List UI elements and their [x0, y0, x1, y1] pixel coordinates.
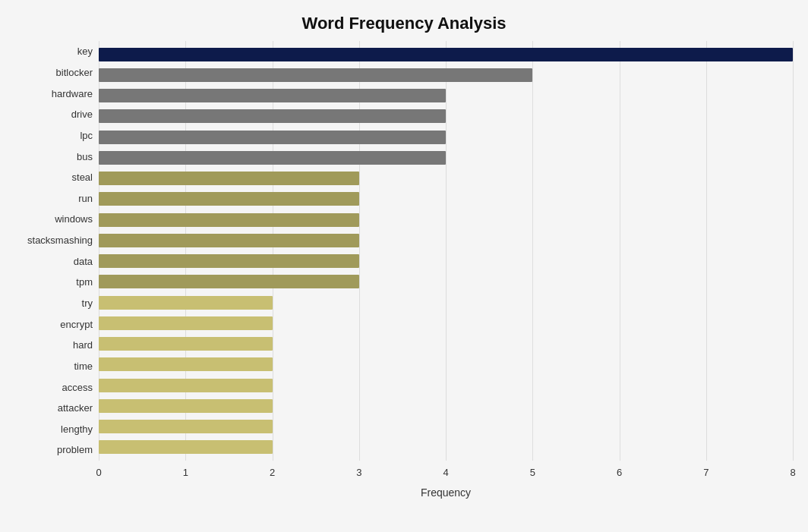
bar-row — [99, 212, 793, 228]
bar-row — [99, 316, 793, 331]
y-label: data — [74, 257, 93, 266]
y-label: bus — [77, 152, 93, 162]
bar — [99, 357, 273, 371]
bar-row — [99, 378, 793, 393]
y-axis-labels: keybitlockerhardwaredrivelpcbusstealrunw… — [15, 41, 99, 482]
grid-line — [793, 41, 794, 461]
bar-row — [99, 191, 793, 206]
chart-container: Word Frequency Analysis keybitlockerhard… — [0, 0, 808, 532]
bar — [99, 275, 359, 288]
x-tick-label: 3 — [356, 467, 361, 478]
chart-title: Word Frequency Analysis — [15, 8, 793, 41]
bar-row — [99, 439, 793, 455]
bar-row — [99, 357, 793, 372]
y-label: key — [77, 46, 93, 56]
y-label: tpm — [76, 277, 93, 287]
bar — [99, 109, 446, 123]
y-label: access — [62, 382, 93, 392]
x-tick-label: 0 — [96, 467, 101, 478]
bar — [99, 337, 273, 351]
x-axis-title: Frequency — [421, 486, 471, 499]
bars-list — [99, 41, 793, 461]
y-label: drive — [71, 109, 93, 119]
bar — [99, 379, 273, 392]
bar — [99, 89, 446, 102]
bar — [99, 151, 446, 165]
bar-row — [99, 171, 793, 186]
bar-row — [99, 150, 793, 165]
bar — [99, 440, 273, 454]
y-label: bitlocker — [56, 68, 93, 77]
y-label: time — [74, 361, 93, 371]
bar — [99, 254, 359, 268]
x-tick-label: 4 — [443, 467, 448, 478]
bar — [99, 131, 446, 144]
bars-wrapper — [99, 41, 793, 461]
bar-row — [99, 419, 793, 434]
bar — [99, 296, 273, 310]
y-label: try — [82, 298, 93, 308]
bar — [99, 213, 359, 227]
bar-row — [99, 109, 793, 124]
y-label: attacker — [58, 403, 93, 413]
bar — [99, 48, 793, 61]
bar-row — [99, 253, 793, 269]
x-tick-label: 8 — [790, 467, 795, 478]
bar — [99, 172, 359, 185]
x-tick-label: 5 — [530, 467, 535, 478]
x-tick-label: 2 — [270, 467, 275, 478]
x-tick-label: 1 — [183, 467, 188, 478]
bar-row — [99, 336, 793, 351]
bar-row — [99, 68, 793, 83]
bar — [99, 192, 359, 206]
y-label: lengthy — [61, 424, 93, 434]
x-axis-labels: 012345678 — [99, 467, 793, 482]
x-tick-label: 7 — [703, 467, 709, 478]
x-tick-label: 6 — [617, 467, 622, 478]
y-label: problem — [57, 445, 93, 455]
y-label: lpc — [80, 131, 93, 140]
bar — [99, 234, 359, 247]
y-label: hard — [73, 340, 93, 350]
y-label: steal — [72, 172, 93, 182]
bar-row — [99, 398, 793, 414]
bar-row — [99, 233, 793, 248]
y-label: encrypt — [60, 320, 93, 329]
bar — [99, 420, 273, 433]
bar — [99, 399, 273, 413]
bars-and-xaxis: 012345678 Frequency — [99, 41, 793, 482]
y-label: run — [78, 194, 93, 203]
bar — [99, 68, 532, 82]
bar-row — [99, 274, 793, 289]
y-label: stacksmashing — [27, 235, 93, 245]
y-label: windows — [55, 214, 93, 224]
chart-area: keybitlockerhardwaredrivelpcbusstealrunw… — [15, 41, 793, 482]
y-label: hardware — [52, 89, 93, 99]
x-axis: 012345678 Frequency — [99, 461, 793, 482]
bar-row — [99, 130, 793, 145]
bar-row — [99, 47, 793, 62]
bar-row — [99, 295, 793, 310]
bar-row — [99, 88, 793, 103]
bar — [99, 316, 273, 330]
